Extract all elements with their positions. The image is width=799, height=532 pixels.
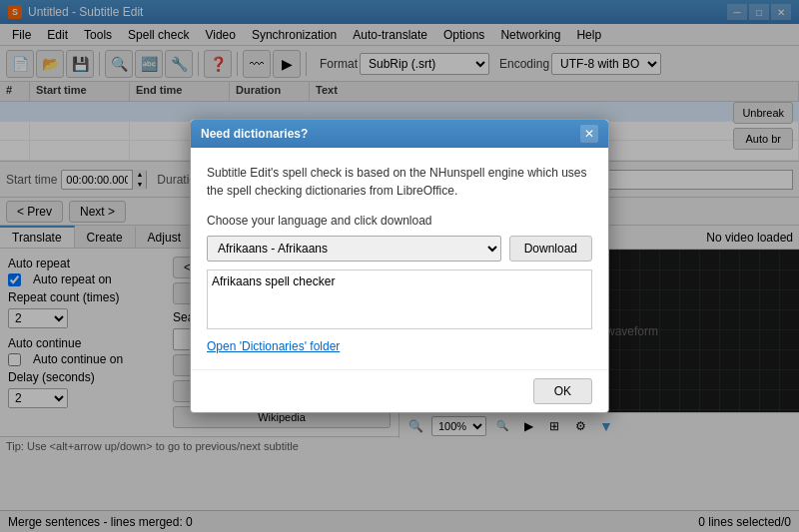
modal-body: Subtitle Edit's spell check is based on … xyxy=(191,148,608,369)
download-button[interactable]: Download xyxy=(509,236,592,262)
modal-instruction: Choose your language and click download xyxy=(207,214,592,228)
modal-dropdown-row: Afrikaans - Afrikaans English (US) Engli… xyxy=(207,236,592,262)
modal-close-button[interactable]: ✕ xyxy=(580,125,598,143)
open-folder-link[interactable]: Open 'Dictionaries' folder xyxy=(207,339,340,353)
ok-button[interactable]: OK xyxy=(533,378,592,404)
modal-title: Need dictionaries? xyxy=(201,127,308,141)
modal-dialog: Need dictionaries? ✕ Subtitle Edit's spe… xyxy=(190,119,609,413)
modal-description: Subtitle Edit's spell check is based on … xyxy=(207,164,592,200)
modal-overlay: Need dictionaries? ✕ Subtitle Edit's spe… xyxy=(0,0,799,532)
spell-checker-list[interactable]: Afrikaans spell checker xyxy=(207,269,592,329)
modal-title-bar: Need dictionaries? ✕ xyxy=(191,120,608,148)
checker-item: Afrikaans spell checker xyxy=(212,274,587,288)
language-select[interactable]: Afrikaans - Afrikaans English (US) Engli… xyxy=(207,236,501,262)
modal-footer: OK xyxy=(191,369,608,412)
